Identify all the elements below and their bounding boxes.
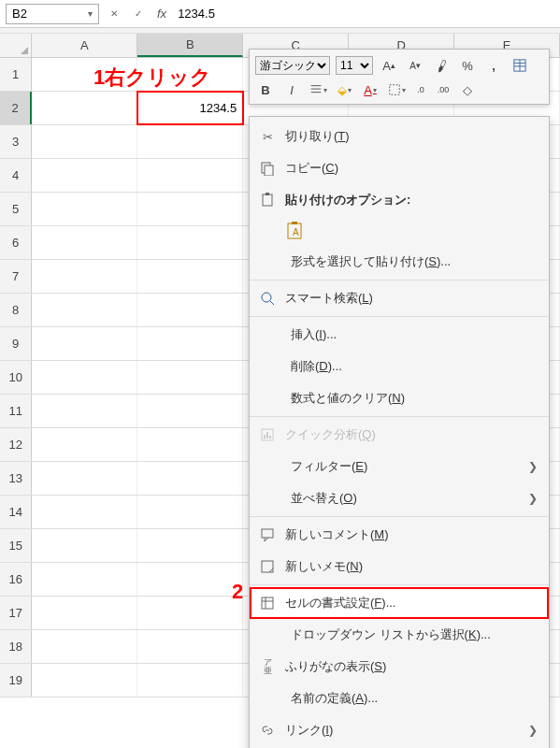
- increase-font-icon[interactable]: A▴: [379, 56, 399, 75]
- row-header[interactable]: 14: [0, 496, 32, 528]
- cell[interactable]: [32, 226, 137, 259]
- comma-format-icon[interactable]: ,: [483, 56, 504, 75]
- cell[interactable]: [32, 361, 137, 394]
- menu-filter[interactable]: フィルター(E) ❯: [250, 451, 549, 482]
- cell[interactable]: [137, 159, 243, 192]
- menu-smart-lookup[interactable]: スマート検索(L): [250, 282, 549, 314]
- cell[interactable]: [137, 630, 243, 663]
- row-header[interactable]: 3: [0, 125, 32, 158]
- formula-input[interactable]: [172, 4, 554, 24]
- cell[interactable]: [32, 529, 137, 562]
- italic-icon[interactable]: I: [281, 80, 302, 99]
- menu-clear[interactable]: 数式と値のクリア(N): [250, 382, 549, 414]
- row-header[interactable]: 19: [0, 664, 32, 697]
- cell[interactable]: [32, 664, 137, 697]
- cell[interactable]: [137, 226, 243, 259]
- row-header[interactable]: 8: [0, 294, 32, 326]
- enter-formula-icon[interactable]: ✓: [129, 8, 148, 19]
- cell[interactable]: [32, 92, 137, 124]
- cell[interactable]: [32, 428, 137, 461]
- cell[interactable]: [32, 327, 137, 360]
- cell[interactable]: [32, 496, 137, 528]
- cell[interactable]: [32, 193, 137, 225]
- increase-decimal-icon[interactable]: .0: [412, 80, 429, 99]
- row-header[interactable]: 13: [0, 462, 32, 495]
- cell[interactable]: [137, 529, 243, 562]
- row-header[interactable]: 5: [0, 193, 32, 225]
- border-icon[interactable]: ▾: [386, 80, 407, 99]
- cell[interactable]: [32, 294, 137, 326]
- table-format-icon[interactable]: [510, 56, 530, 75]
- menu-new-comment[interactable]: 新しいコメント(M): [250, 519, 549, 551]
- cell[interactable]: [137, 664, 243, 697]
- cell[interactable]: [32, 395, 137, 427]
- cell[interactable]: [32, 260, 137, 293]
- font-size-select[interactable]: 11: [336, 56, 373, 75]
- menu-link[interactable]: リンク(I) ❯: [250, 714, 549, 746]
- row-header[interactable]: 18: [0, 630, 32, 663]
- cell[interactable]: [137, 563, 243, 596]
- bold-icon[interactable]: B: [255, 80, 276, 99]
- row-header[interactable]: 2: [0, 92, 32, 124]
- row-header[interactable]: 4: [0, 159, 32, 192]
- row-header[interactable]: 11: [0, 395, 32, 427]
- row-header[interactable]: 16: [0, 563, 32, 596]
- cell[interactable]: [137, 260, 243, 293]
- menu-new-note[interactable]: 新しいメモ(N): [250, 551, 549, 583]
- menu-furigana[interactable]: ア亜 ふりがなの表示(S): [250, 651, 549, 683]
- cell[interactable]: [137, 294, 243, 326]
- name-box[interactable]: B2 ▾: [6, 4, 99, 24]
- menu-define-name[interactable]: 名前の定義(A)...: [250, 683, 549, 714]
- font-family-select[interactable]: 游ゴシック: [255, 56, 330, 75]
- select-all-corner[interactable]: [0, 34, 32, 57]
- fill-color-icon[interactable]: ⬙▾: [334, 80, 354, 99]
- column-header-b[interactable]: B: [137, 34, 243, 57]
- cell[interactable]: [137, 327, 243, 360]
- menu-paste-special[interactable]: 形式を選択して貼り付け(S)...: [250, 246, 549, 278]
- menu-delete[interactable]: 削除(D)...: [250, 351, 549, 382]
- cell[interactable]: [32, 125, 137, 158]
- format-painter-icon[interactable]: 🖌: [431, 56, 452, 75]
- row-header[interactable]: 1: [0, 58, 32, 91]
- decrease-decimal-icon[interactable]: .00: [435, 80, 452, 99]
- menu-format-cells[interactable]: セルの書式設定(F)...: [250, 587, 549, 619]
- cell[interactable]: [32, 462, 137, 495]
- menu-copy[interactable]: コピー(C): [250, 152, 549, 184]
- row-header[interactable]: 9: [0, 327, 32, 360]
- cell[interactable]: [137, 496, 243, 528]
- row-header[interactable]: 15: [0, 529, 32, 562]
- row-header[interactable]: 10: [0, 361, 32, 394]
- chevron-down-icon[interactable]: ▾: [88, 8, 93, 19]
- cell[interactable]: 1234.5: [137, 92, 243, 124]
- column-header-a[interactable]: A: [32, 34, 137, 57]
- cell[interactable]: [137, 125, 243, 158]
- font-color-icon[interactable]: A▾: [360, 80, 381, 99]
- cell[interactable]: [137, 597, 243, 629]
- row-header[interactable]: 6: [0, 226, 32, 259]
- menu-cut[interactable]: ✂ 切り取り(T): [250, 121, 549, 152]
- row-header[interactable]: 17: [0, 597, 32, 629]
- cell[interactable]: [137, 462, 243, 495]
- svg-rect-23: [262, 597, 273, 609]
- cell[interactable]: [32, 597, 137, 629]
- cell[interactable]: [137, 395, 243, 427]
- cell[interactable]: [32, 630, 137, 663]
- align-icon[interactable]: ▾: [308, 80, 328, 99]
- cell[interactable]: [137, 428, 243, 461]
- fx-icon[interactable]: fx: [157, 7, 166, 21]
- row-header[interactable]: 7: [0, 260, 32, 293]
- clear-format-icon[interactable]: ◇: [457, 80, 478, 99]
- cell[interactable]: [137, 361, 243, 394]
- cell[interactable]: [32, 159, 137, 192]
- row-header[interactable]: 12: [0, 428, 32, 461]
- decrease-font-icon[interactable]: A▾: [405, 56, 425, 75]
- paste-option-default[interactable]: A: [281, 216, 309, 246]
- percent-format-icon[interactable]: %: [457, 56, 478, 75]
- cancel-formula-icon[interactable]: ✕: [105, 8, 123, 19]
- menu-dropdown-list[interactable]: ドロップダウン リストから選択(K)...: [250, 619, 549, 651]
- menu-sort[interactable]: 並べ替え(O) ❯: [250, 482, 549, 514]
- cell[interactable]: [32, 563, 137, 596]
- menu-insert[interactable]: 挿入(I)...: [250, 319, 549, 351]
- cell[interactable]: [137, 193, 243, 225]
- menu-paste-special-label: 形式を選択して貼り付け(S)...: [291, 253, 451, 270]
